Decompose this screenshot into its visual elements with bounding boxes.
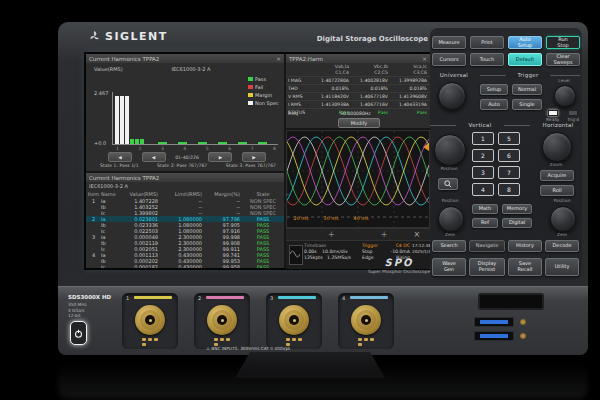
- zoom-search-button[interactable]: [438, 178, 458, 190]
- page-first-button[interactable]: ◀: [108, 152, 132, 162]
- panel-button[interactable]: Clear Sweeps: [546, 53, 580, 66]
- close-icon[interactable]: ×: [276, 56, 281, 62]
- phase-header: Vab,Ia C1,C4: [312, 64, 351, 76]
- standard-label: IEC61000-3-2 A: [89, 183, 128, 189]
- channel-number: 2: [198, 295, 201, 301]
- horizontal-position-knob[interactable]: [550, 206, 576, 232]
- panel-button[interactable]: Search: [432, 240, 466, 252]
- usb-port[interactable]: [474, 317, 514, 327]
- table-row[interactable]: Ic 0.000182 0.430000 99.958 PASS: [86, 264, 284, 268]
- trigger-button[interactable]: Normal: [512, 84, 542, 95]
- panel-button[interactable]: Default: [508, 53, 542, 66]
- zoom-label: Zoom: [540, 162, 572, 167]
- close-icon[interactable]: ×: [413, 231, 420, 239]
- power-button[interactable]: [70, 321, 87, 345]
- panel-button[interactable]: Math: [472, 204, 498, 214]
- panel-button[interactable]: Print: [470, 36, 504, 49]
- panel-button[interactable]: Navigate: [469, 240, 505, 252]
- timebase-thumbnail[interactable]: [289, 245, 303, 265]
- waveform-area[interactable]: [286, 130, 430, 228]
- col-margin: Margin(%): [205, 191, 243, 197]
- usb-port[interactable]: [474, 331, 514, 341]
- aux-connector[interactable]: [520, 333, 526, 339]
- harmonics-bars: [115, 94, 144, 144]
- trigger-button[interactable]: Setup: [480, 84, 508, 95]
- panel-button[interactable]: Display Persist: [469, 258, 505, 276]
- channel-button[interactable]: 4: [472, 183, 494, 196]
- close-icon[interactable]: ×: [422, 56, 427, 62]
- timebase-delay: 0.00s: [304, 249, 317, 254]
- channel-button[interactable]: 2: [472, 149, 494, 162]
- trigger-button[interactable]: Auto: [480, 99, 508, 110]
- modify-button[interactable]: Modify: [338, 118, 380, 128]
- bnc-connector[interactable]: [207, 305, 237, 335]
- aux-connector[interactable]: [520, 319, 526, 325]
- mid-buttons: MathMemoryRefDigital: [472, 204, 532, 228]
- legend-swatch: [248, 101, 253, 105]
- panel-title: TPPA2:Harm: [289, 56, 323, 62]
- screen[interactable]: Current Harmonics TPPA2 × Value(RMS) IEC…: [84, 52, 432, 270]
- panel-button[interactable]: History: [508, 240, 542, 252]
- trigger-buttons: SetupNormalAutoSingle: [480, 84, 542, 110]
- legend-swatch: [248, 85, 253, 89]
- legend-item: Non Spec: [248, 100, 279, 106]
- horizontal-scale-knob[interactable]: [542, 132, 572, 162]
- legend-item: Pass: [248, 76, 279, 82]
- horizontal-buttons: AcquireRoll: [540, 170, 574, 196]
- panel-button[interactable]: Utility: [545, 258, 579, 276]
- col-state: State: [243, 191, 283, 197]
- vertical-position-knob[interactable]: [438, 206, 464, 232]
- bnc-connector[interactable]: [279, 305, 309, 335]
- panel-button[interactable]: Ref: [472, 218, 498, 228]
- probe-sense-contacts: [142, 338, 158, 346]
- horizontal-button[interactable]: Acquire: [540, 170, 574, 181]
- trigger-button[interactable]: Single: [512, 99, 542, 110]
- trigger-level-knob[interactable]: [554, 85, 576, 107]
- channel-button[interactable]: 3: [472, 166, 494, 179]
- harmonic-bar: [120, 96, 124, 144]
- panel-button[interactable]: Auto Setup: [508, 36, 542, 49]
- page-range: 01-40/226: [175, 155, 199, 160]
- vertical-scale-knob[interactable]: [434, 134, 466, 166]
- plus-icon[interactable]: +: [328, 231, 335, 239]
- plus-icon[interactable]: +: [381, 231, 388, 239]
- harm-measurement-panel: TPPA2:Harm × Vab,Ia C1,C4 Vbc,Ib C2,C5 V…: [286, 54, 430, 128]
- panel-button[interactable]: Save Recall: [508, 258, 542, 276]
- channel-button[interactable]: 7: [498, 166, 520, 179]
- bnc-channel[interactable]: 2: [194, 293, 250, 349]
- brand: SIGLENT: [88, 30, 168, 43]
- panel-button[interactable]: Memory: [502, 204, 532, 214]
- legend-label: Non Spec: [255, 100, 279, 106]
- bnc-connector[interactable]: [351, 305, 381, 335]
- power-icon: [74, 329, 83, 338]
- panel-button[interactable]: Digital: [502, 218, 532, 228]
- channel-button[interactable]: 6: [498, 149, 520, 162]
- horizontal-button[interactable]: Roll: [540, 185, 574, 196]
- chevron-up-icon[interactable]: ^: [285, 192, 290, 199]
- bnc-channel[interactable]: 3: [266, 293, 322, 349]
- channel-button[interactable]: 5: [498, 132, 520, 145]
- page-last-button[interactable]: ▶: [242, 152, 266, 162]
- bnc-channel[interactable]: 4: [338, 293, 394, 349]
- panel-button[interactable]: Run Stop: [546, 36, 580, 49]
- page-prev-button[interactable]: ◀: [142, 152, 166, 162]
- sd-card-slot[interactable]: [478, 293, 544, 310]
- measurement-row: V RMS1.4118420V1.4067718V1.4139608V: [286, 92, 430, 100]
- measurement-row: I MAG1.4072280A1.4002818V1.3998928A: [286, 76, 430, 84]
- channel-button[interactable]: 1: [472, 132, 494, 145]
- harmonics-dash-marks: [158, 142, 276, 144]
- page-next-button[interactable]: ▶: [208, 152, 232, 162]
- universal-knob[interactable]: [438, 82, 466, 110]
- panel-button[interactable]: Cursors: [432, 53, 466, 66]
- zero-label: Zero: [546, 232, 578, 237]
- channel-button[interactable]: 8: [498, 183, 520, 196]
- panel-button[interactable]: Measure: [432, 36, 466, 49]
- harmonics-rows: 1 Ia 1.407228 -- -- NON SPEC Ib 1.403252…: [86, 198, 284, 268]
- panel-button[interactable]: Decode: [545, 240, 579, 252]
- bnc-connector[interactable]: [135, 305, 165, 335]
- panel-button[interactable]: Touch: [470, 53, 504, 66]
- spo-logo: SPO Super Phosphor Oscilloscope: [344, 258, 454, 274]
- bnc-channel[interactable]: 1: [122, 293, 178, 349]
- trigger-section-label: Trigger: [506, 72, 550, 78]
- spec-lines: 350 MHz 4 GSa/s 12-bit: [68, 302, 87, 319]
